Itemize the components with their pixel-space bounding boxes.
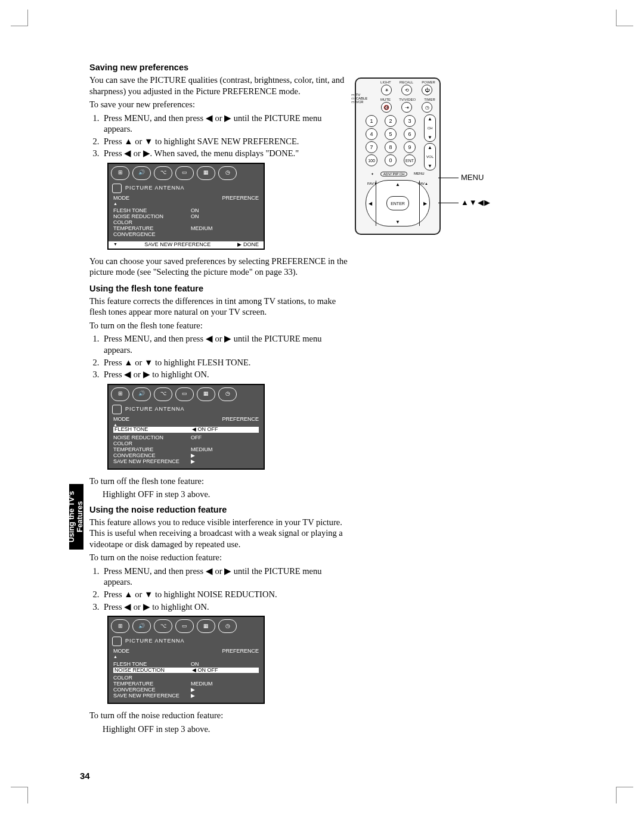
ent-button: ENT [404,154,416,166]
step: Press ◀ or ▶ to highlight ON. [101,369,352,380]
osd-value: OFF [191,435,202,441]
osd-tab-icon: ◷ [218,619,237,633]
osd-header: PICTURE ANTENNA [125,406,185,412]
page-number: 34 [80,771,90,781]
osd-tab-icon: 🔊 [132,619,151,633]
osd-tab-icon: ⌥ [154,619,172,633]
num-button: 1 [366,115,377,127]
osd-tab-icon: 🔊 [132,166,151,180]
vol-rocker: ▲VOL▼ [424,143,436,170]
step: Press MENU, and then press ◀ or ▶ until … [101,566,352,588]
osd-highlight-value: ◀ ON OFF [192,668,218,674]
osd-item: SAVE NEW PREFERENCE [113,693,191,699]
remote-label: POWER [422,80,435,84]
num-button: 0 [385,154,397,166]
chapter-tab: Using the TV's Features [69,484,83,550]
osd-screenshot: ⊞ 🔊 ⌥ ▭ ▦ ◷ PICTURE ANTENNA MODEPREFEREN… [107,384,265,470]
remote-label: TV/VIDEO [399,98,416,101]
body-text: Highlight OFF in step 3 above. [103,724,352,735]
osd-screenshot: ⊞ 🔊 ⌥ ▭ ▦ ◷ PICTURE ANTENNA MODEPREFEREN… [107,616,265,704]
remote-label: TIMER [424,98,435,101]
up-arrow-icon: ▲ [395,182,400,187]
body-text: Highlight OFF in step 3 above. [103,489,352,500]
remote-label: MUTE [380,98,391,101]
osd-label: MODE [113,648,129,654]
timer-button: ◷ [422,102,432,113]
num-button: 5 [385,128,397,140]
num-button: 6 [404,128,416,140]
step: Press ▲ or ▼ to highlight SAVE NEW PREFE… [101,136,352,147]
num-button: 8 [385,141,397,153]
num-button: 9 [404,141,416,153]
osd-tab-icon: ⊞ [111,387,129,401]
osd-tab-icon: ▭ [175,619,194,633]
mute-button: 🔇 [381,102,392,113]
osd-label: MODE [113,417,129,423]
power-button: ⏻ [422,85,432,95]
body-text: You can choose your saved preferences by… [89,256,352,278]
pipch-button: ADV/ PIP CH [380,172,408,176]
osd-tab-icon: ⊞ [111,619,129,633]
callout-menu: MENU [461,173,484,182]
recall-button: ⟲ [401,85,412,95]
tvvideo-button: ⇥ [401,102,412,113]
osd-tab-icon: ◷ [218,387,237,401]
down-arrow-icon: ▼ [395,219,400,225]
osd-label: MODE [113,196,129,201]
section-title: Using the flesh tone feature [89,284,352,293]
section-title: Saving new preferences [89,63,352,72]
osd-label: PREFERENCE [222,648,259,654]
light-button: ☀ [381,85,392,95]
body-text: To turn off the flesh tone feature: [89,476,352,487]
body-text: This feature allows you to reduce visibl… [89,517,352,550]
step-list: Press MENU, and then press ◀ or ▶ until … [89,113,352,159]
step: Press ◀ or ▶ to highlight ON. [101,601,352,613]
osd-item: SAVE NEW PREFERENCE [113,459,191,465]
body-text: This feature corrects the differences in… [89,296,352,318]
osd-tab-icon: ▭ [175,166,194,180]
osd-value: ▶ [191,459,195,465]
osd-highlight: SAVE NEW PREFERENCE [144,242,210,248]
remote-illustration: ▭ TV ▭ CABLE ▭ VCR LIGHT RECALL POWER ☀ … [355,77,441,235]
osd-tab-icon: ⊞ [111,166,129,180]
osd-label: PREFERENCE [222,196,259,201]
step: Press ▲ or ▼ to highlight NOISE REDUCTIO… [101,589,352,600]
step-list: Press MENU, and then press ◀ or ▶ until … [89,333,352,380]
step-list: Press MENU, and then press ◀ or ▶ until … [89,566,352,612]
osd-header-icon [112,405,122,414]
osd-tab-icon: ▦ [197,166,215,180]
osd-header-icon [112,637,122,646]
remote-switch-label: VCR [356,100,364,104]
osd-header: PICTURE ANTENNA [125,638,185,644]
dpad: ▲ ▼ ◀ ▶ FAV▼ FAV▲ ENTER [366,180,430,226]
num-button: 4 [366,128,377,140]
osd-tab-icon: 🔊 [132,387,151,401]
step: Press ▲ or ▼ to highlight FLESH TONE. [101,357,352,368]
enter-button: ENTER [386,196,409,210]
osd-item: CONVERGENCE [113,232,191,238]
callout-arrows: ▲▼◀▶ [461,198,491,207]
osd-tab-icon: ⌥ [154,166,172,180]
num-button: 100 [366,154,377,166]
section-title: Using the noise reduction feature [89,505,352,514]
ch-rocker: ▲CH▼ [424,114,436,142]
osd-tab-icon: ⌥ [154,387,172,401]
num-button: 7 [366,141,377,153]
left-arrow-icon: ◀ [369,201,372,206]
osd-tab-icon: ▦ [197,619,215,633]
osd-value: ▶ [191,693,195,699]
step: Press MENU, and then press ◀ or ▶ until … [101,333,352,355]
osd-header-icon [112,184,122,193]
osd-highlight-value: ◀ ON OFF [192,427,218,433]
osd-tab-icon: ▭ [175,387,194,401]
osd-highlight: NOISE REDUCTION [114,668,192,674]
num-button: 2 [385,115,397,127]
osd-value: ON [191,214,199,220]
osd-label: PREFERENCE [222,417,259,423]
remote-label: LIGHT [380,80,391,84]
osd-screenshot: ⊞ 🔊 ⌥ ▭ ▦ ◷ PICTURE ANTENNA MODEPREFEREN… [107,163,265,250]
osd-highlight: FLESH TONE [114,427,192,433]
osd-value: MEDIUM [191,226,213,232]
right-arrow-icon: ▶ [423,201,427,206]
step: Press MENU, and then press ◀ or ▶ until … [101,113,352,135]
